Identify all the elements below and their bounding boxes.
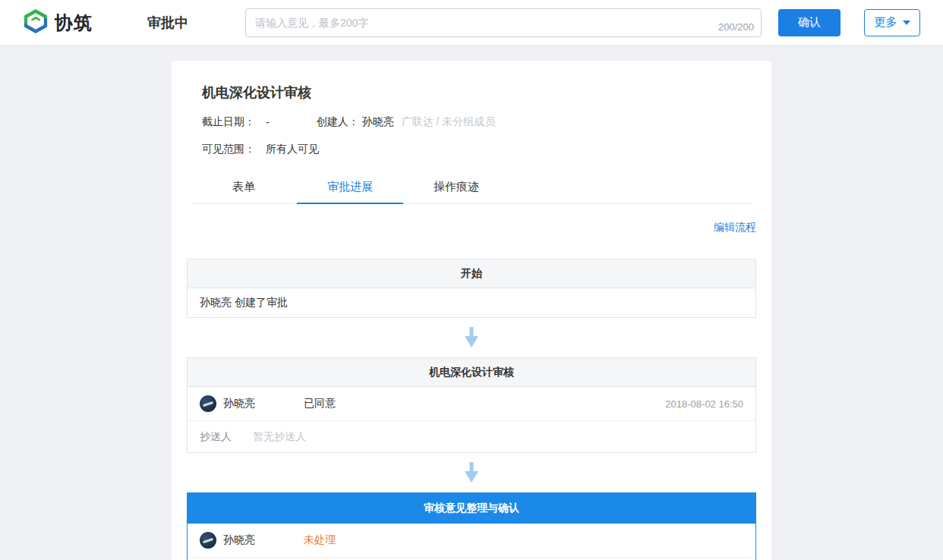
tab-approval-progress[interactable]: 审批进展 [297, 171, 403, 203]
more-button-label: 更多 [875, 15, 897, 30]
flow-arrow-1 [187, 327, 756, 348]
user-avatar [200, 532, 216, 549]
creator-name: 孙晓亮 [362, 115, 394, 129]
approver-name: 孙晓亮 [223, 397, 255, 411]
flow-step2-title: 审核意见整理与确认 [188, 493, 755, 524]
flow-block-step1: 机电深化设计审核 孙晓亮 已同意 2018-08-02 16:50 抄送人 暂无… [187, 357, 756, 453]
brand-name: 协筑 [55, 11, 93, 35]
brand-logo-icon [23, 8, 49, 36]
page-title: 机电深化设计审核 [172, 61, 771, 102]
char-counter: 200/200 [718, 21, 754, 33]
brand: 协筑 [23, 8, 93, 36]
tab-form[interactable]: 表单 [191, 171, 297, 203]
more-button[interactable]: 更多 [864, 9, 920, 36]
flow-start-desc: 孙晓亮 创建了审批 [200, 296, 288, 310]
flow-start-title: 开始 [188, 260, 755, 288]
deadline-label: 截止日期： [202, 115, 255, 129]
meta-row-scope: 可见范围： 所有人可见 [202, 143, 741, 156]
flow-start-desc-row: 孙晓亮 创建了审批 [188, 288, 755, 317]
scope-value: 所有人可见 [266, 143, 319, 156]
meta-section: 截止日期： - 创建人： 孙晓亮 广联达 / 未分组成员 可见范围： 所有人可见 [172, 115, 771, 156]
approver-status: 已同意 [304, 397, 336, 411]
approval-flow-area: 编辑流程 开始 孙晓亮 创建了审批 机电深化设计审核 孙晓亮 已同意 2018-… [172, 204, 771, 560]
edit-flow-link[interactable]: 编辑流程 [714, 221, 756, 233]
confirm-button[interactable]: 确认 [778, 9, 840, 36]
flow-step1-approver-row: 孙晓亮 已同意 2018-08-02 16:50 [188, 387, 755, 420]
approver-status-pending: 未处理 [304, 533, 336, 547]
approval-status-title: 审批中 [147, 14, 188, 32]
flow-step2-approver-row: 孙晓亮 未处理 [188, 524, 755, 557]
cc-label: 抄送人 [200, 430, 232, 444]
flow-block-step2-current: 审核意见整理与确认 孙晓亮 未处理 抄送人 暂无抄送人 [187, 492, 756, 560]
top-bar: 协筑 审批中 200/200 确认 更多 [0, 0, 943, 46]
approval-time: 2018-08-02 16:50 [665, 398, 743, 410]
flow-step1-cc-row: 抄送人 暂无抄送人 [188, 420, 755, 452]
edit-flow-link-wrap: 编辑流程 [187, 215, 756, 238]
user-avatar [200, 395, 216, 412]
cc-empty-text: 暂无抄送人 [253, 430, 306, 444]
meta-row-deadline-creator: 截止日期： - 创建人： 孙晓亮 广联达 / 未分组成员 [202, 115, 741, 129]
scope-label: 可见范围： [202, 143, 255, 156]
flow-step2-cc-row: 抄送人 暂无抄送人 [188, 557, 755, 560]
tab-bar: 表单 审批进展 操作痕迹 [191, 171, 752, 204]
chevron-down-icon [903, 20, 910, 25]
creator-group: 广联达 / 未分组成员 [402, 115, 496, 129]
creator-label: 创建人： [317, 115, 359, 129]
flow-step1-title: 机电深化设计审核 [188, 358, 755, 387]
comment-input[interactable] [245, 8, 762, 37]
approval-detail-card: 机电深化设计审核 截止日期： - 创建人： 孙晓亮 广联达 / 未分组成员 可见… [172, 61, 771, 560]
tab-operation-trace[interactable]: 操作痕迹 [403, 171, 509, 203]
flow-arrow-2 [187, 462, 756, 483]
comment-input-wrap: 200/200 [245, 8, 762, 37]
approver-name: 孙晓亮 [223, 533, 255, 547]
flow-block-start: 开始 孙晓亮 创建了审批 [187, 259, 756, 318]
deadline-value: - [266, 116, 270, 128]
